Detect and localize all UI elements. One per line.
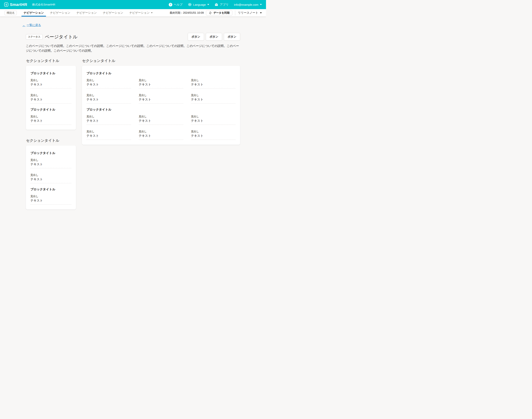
language-menu-item[interactable]: Language (188, 3, 209, 6)
definition-description: テキスト (30, 83, 71, 87)
section: セクションタイトルブロックタイトル見出しテキスト見出しテキスト見出しテキスト見出… (82, 58, 240, 145)
smarthr-logo[interactable]: S SmartHR (4, 2, 27, 7)
header-menu: ? ヘルプ Language アプリ (169, 3, 262, 6)
definition-item: 見出しテキスト (86, 79, 131, 89)
definition-item: 見出しテキスト (191, 93, 236, 104)
refresh-icon (209, 11, 212, 14)
section-title: セクションタイトル (26, 138, 76, 143)
company-name: 株式会社SmartHR (32, 3, 55, 6)
globe-icon (188, 3, 192, 6)
definition-term: 見出し (191, 79, 236, 82)
action-button[interactable]: ボタン (224, 33, 240, 41)
card: ブロックタイトル見出しテキスト見出しテキスト見出しテキスト見出しテキスト見出しテ… (82, 66, 240, 145)
definition-item: 見出しテキスト (139, 130, 183, 140)
definition-item: 見出しテキスト (86, 130, 131, 140)
release-notes-label: リリースノート (238, 11, 258, 15)
definition-term: 見出し (30, 158, 71, 162)
block-items: 見出しテキスト (30, 115, 71, 125)
block: ブロックタイトル見出しテキスト見出しテキスト (30, 151, 71, 183)
help-menu-item[interactable]: ? ヘルプ (169, 3, 183, 6)
definition-term: 見出し (139, 79, 183, 82)
sync-data-button[interactable]: データを同期 (206, 10, 232, 16)
page-title: ページタイトル (45, 34, 77, 40)
definition-description: テキスト (30, 177, 71, 181)
definition-item: 見出しテキスト (30, 195, 71, 205)
definition-term: 見出し (86, 79, 131, 82)
definition-description: テキスト (139, 98, 183, 102)
smarthr-logo-icon: S (4, 2, 8, 7)
feature-name-badge: 機能名 (5, 11, 17, 15)
definition-term: 見出し (30, 115, 71, 118)
definition-term: 見出し (30, 79, 71, 82)
account-menu-item[interactable]: info@example.com (234, 3, 262, 6)
apps-menu-item[interactable]: アプリ (214, 3, 228, 6)
definition-item: 見出しテキスト (191, 115, 236, 125)
definition-term: 見出し (30, 93, 71, 97)
back-to-list-link[interactable]: ← 一覧に戻る (22, 23, 41, 27)
app-header: S SmartHR 株式会社SmartHR ? ヘルプ Language (0, 0, 266, 9)
definition-item: 見出しテキスト (86, 93, 131, 104)
definition-term: 見出し (86, 115, 131, 118)
chevron-down-icon (260, 4, 262, 5)
block-items: 見出しテキスト見出しテキスト (30, 158, 71, 183)
back-link-label: 一覧に戻る (27, 23, 41, 27)
main-content: ← 一覧に戻る ステータス ページタイトル ボタンボタンボタン このページについ… (26, 17, 240, 214)
definition-item: 見出しテキスト (30, 158, 71, 168)
question-circle-icon: ? (169, 3, 172, 6)
definition-item: 見出しテキスト (191, 79, 236, 89)
block-items: 見出しテキスト (30, 195, 71, 205)
card: ブロックタイトル見出しテキスト見出しテキストブロックタイトル見出しテキスト (26, 145, 76, 210)
definition-description: テキスト (30, 199, 71, 203)
nav-right: 最終同期：2024/01/01 10:09 データを同期 リリースノート (170, 9, 263, 16)
block-title: ブロックタイトル (30, 71, 71, 75)
section: セクションタイトルブロックタイトル見出しテキスト見出しテキストブロックタイトル見… (26, 58, 76, 130)
definition-term: 見出し (30, 173, 71, 177)
definition-term: 見出し (30, 195, 71, 198)
definition-description: テキスト (30, 162, 71, 166)
column-left: セクションタイトルブロックタイトル見出しテキスト見出しテキストブロックタイトル見… (26, 58, 76, 210)
nav-tab-label: ナビゲーション (24, 11, 44, 15)
definition-term: 見出し (191, 115, 236, 118)
action-button[interactable]: ボタン (188, 33, 204, 41)
nav-tab[interactable]: ナビゲーション (73, 9, 100, 16)
definition-item: 見出しテキスト (86, 115, 131, 125)
definition-item: 見出しテキスト (30, 115, 71, 125)
page-title-row: ステータス ページタイトル ボタンボタンボタン (26, 33, 240, 41)
nav-tab[interactable]: ナビゲーション (126, 9, 155, 16)
definition-description: テキスト (30, 98, 71, 102)
block-title: ブロックタイトル (30, 108, 71, 112)
definition-description: テキスト (191, 119, 236, 123)
column-right: セクションタイトルブロックタイトル見出しテキスト見出しテキスト見出しテキスト見出… (82, 58, 240, 145)
definition-description: テキスト (86, 98, 131, 102)
apps-label: アプリ (220, 3, 228, 6)
block-title: ブロックタイトル (86, 71, 236, 75)
chevron-down-icon (207, 4, 209, 5)
definition-item: 見出しテキスト (139, 115, 183, 125)
app-nav: 機能名 ナビゲーションナビゲーションナビゲーションナビゲーションナビゲーション … (0, 9, 266, 17)
nav-tab[interactable]: ナビゲーション (21, 9, 47, 16)
page-description: このページについての説明。このページについての説明。このページについての説明。こ… (26, 44, 240, 53)
nav-tabs: ナビゲーションナビゲーションナビゲーションナビゲーションナビゲーション (21, 9, 156, 16)
nav-tab-label: ナビゲーション (129, 11, 149, 15)
definition-item: 見出しテキスト (191, 130, 236, 140)
chevron-down-icon (151, 12, 153, 13)
nav-tab-label: ナビゲーション (103, 11, 123, 15)
briefcase-icon (214, 3, 218, 6)
chevron-down-icon (260, 12, 262, 13)
block-items: 見出しテキスト見出しテキスト見出しテキスト見出しテキスト見出しテキスト見出しテキ… (86, 115, 236, 140)
definition-description: テキスト (191, 83, 236, 87)
nav-tab[interactable]: ナビゲーション (100, 9, 126, 16)
sync-data-label: データを同期 (213, 11, 229, 15)
status-badge: ステータス (26, 34, 42, 39)
action-button[interactable]: ボタン (206, 33, 222, 41)
definition-term: 見出し (86, 93, 131, 97)
definition-description: テキスト (30, 119, 71, 123)
nav-tab[interactable]: ナビゲーション (47, 9, 73, 16)
last-sync-text: 最終同期：2024/01/01 10:09 (170, 11, 204, 15)
block-title: ブロックタイトル (86, 108, 236, 112)
definition-term: 見出し (139, 115, 183, 118)
release-notes-menu[interactable]: リリースノート (238, 11, 263, 15)
language-label: Language (193, 3, 206, 6)
nav-divider (235, 11, 235, 15)
block: ブロックタイトル見出しテキスト見出しテキスト見出しテキスト見出しテキスト見出しテ… (86, 108, 236, 140)
